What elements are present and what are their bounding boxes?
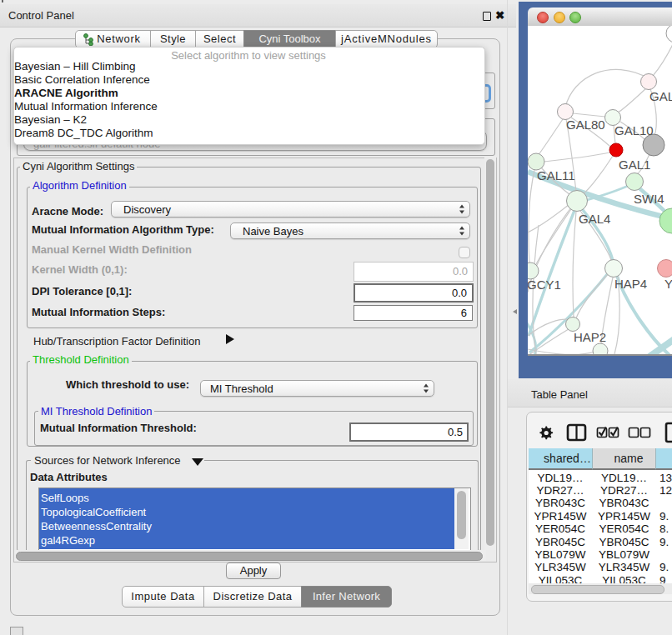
- svg-text:GAL2: GAL2: [649, 89, 672, 103]
- svg-text:GCY1: GCY1: [528, 278, 561, 292]
- svg-text:HAP2: HAP2: [574, 330, 606, 344]
- svg-text:GAL11: GAL11: [537, 168, 575, 182]
- svg-text:GAL4: GAL4: [579, 212, 610, 226]
- svg-text:HAP4: HAP4: [614, 277, 647, 291]
- svg-text:Y: Y: [664, 277, 672, 291]
- svg-text:GAL1: GAL1: [619, 158, 650, 172]
- svg-text:GAL10: GAL10: [614, 123, 654, 138]
- svg-text:SWI4: SWI4: [634, 192, 664, 206]
- svg-text:GAL80: GAL80: [566, 118, 605, 132]
